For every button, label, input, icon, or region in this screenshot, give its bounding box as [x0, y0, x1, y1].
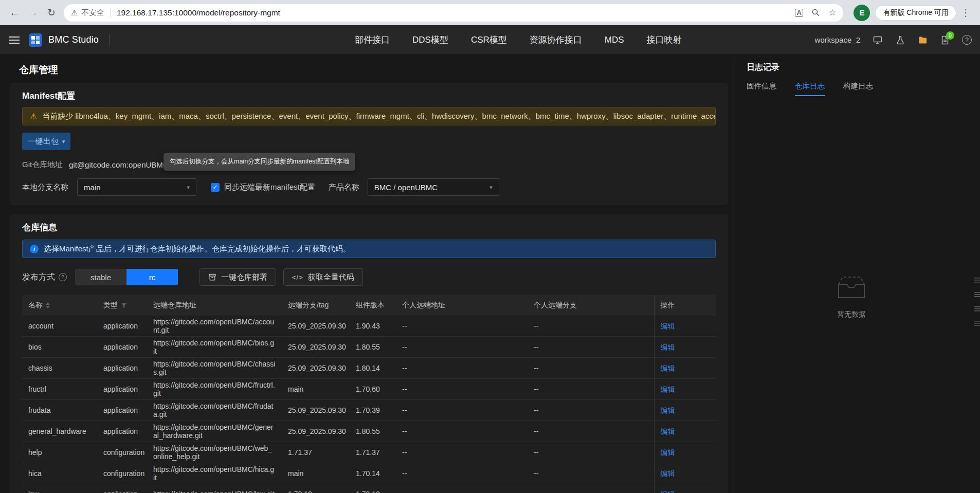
side-tool-icon[interactable] [974, 306, 980, 312]
url-text: 192.168.17.135:10000/model/repository-mg… [117, 8, 795, 17]
cell-type: application [97, 379, 147, 400]
edit-link[interactable]: 编辑 [661, 406, 675, 414]
cell-version: 1.90.43 [350, 316, 396, 337]
cell-url: https://gitcode.com/openUBMC/chassis.git [147, 358, 282, 379]
product-select[interactable]: BMC / openUBMC ▾ [368, 178, 499, 196]
tab-build-log[interactable]: 构建日志 [843, 81, 873, 96]
nav-item-resource-api[interactable]: 资源协作接口 [530, 34, 582, 46]
repo-table: 名称 类型 [22, 295, 716, 493]
menu-icon[interactable] [9, 36, 20, 44]
package-button[interactable]: 一键出包 ▾ [22, 133, 70, 150]
branch-label: 本地分支名称 [22, 182, 68, 192]
profile-avatar[interactable]: E [854, 5, 870, 21]
tab-repo-log[interactable]: 仓库日志 [795, 81, 825, 96]
flask-icon[interactable] [895, 35, 905, 45]
cell-personal-branch: -- [528, 463, 654, 484]
edit-link[interactable]: 编辑 [661, 385, 675, 393]
reload-button[interactable]: ↻ [42, 4, 61, 22]
cell-personal-branch: -- [528, 400, 654, 421]
sync-checkbox[interactable]: ✓ [211, 183, 220, 192]
edit-link[interactable]: 编辑 [661, 364, 675, 372]
folder-icon[interactable] [918, 35, 928, 45]
sort-icon[interactable] [46, 302, 50, 308]
nav-item-csr-model[interactable]: CSR模型 [471, 34, 507, 46]
log-panel: 日志记录 固件信息 仓库日志 构建日志 暂无数据 [736, 55, 974, 493]
cell-url: https://gitcode.com/openUBMC/bios.git [147, 337, 282, 358]
branch-select[interactable]: main ▾ [77, 178, 196, 196]
browser-menu-button[interactable]: ⋮ [956, 7, 975, 19]
translate-icon[interactable]: A [795, 9, 803, 17]
cell-name: bios [22, 337, 97, 358]
toggle-stable[interactable]: stable [75, 269, 126, 285]
cell-actions: 编辑 [654, 400, 716, 421]
document-icon[interactable]: 0 [940, 35, 950, 45]
git-url-row: Git仓库地址 git@gitcode.com:openUBMC/m [22, 159, 716, 170]
cell-url: https://gitcode.com/openUBMC/fructrl.git [147, 379, 282, 400]
edit-link[interactable]: 编辑 [661, 469, 675, 478]
omnibox-actions: A ☆ [795, 7, 836, 18]
cell-personal-branch: -- [528, 442, 654, 463]
monitor-icon[interactable] [873, 35, 883, 45]
cell-type: application [97, 484, 147, 493]
empty-box-icon [831, 271, 872, 302]
workspace-label[interactable]: workspace_2 [815, 35, 860, 44]
cell-branch: 25.09_2025.09.30 [282, 337, 350, 358]
edit-link[interactable]: 编辑 [661, 490, 675, 493]
cell-name: help [22, 442, 97, 463]
cell-actions: 编辑 [654, 379, 716, 400]
cell-branch: 1.71.37 [282, 442, 350, 463]
col-header-type[interactable]: 类型 [97, 295, 147, 316]
address-bar[interactable]: ⚠ 不安全 192.168.17.135:10000/model/reposit… [64, 4, 843, 22]
deploy-button-label: 一键仓库部署 [221, 272, 267, 282]
side-tool-icon[interactable] [974, 291, 980, 297]
nav-item-component-api[interactable]: 部件接口 [355, 34, 390, 46]
search-icon[interactable] [811, 8, 820, 17]
cell-personal-branch: -- [528, 358, 654, 379]
help-icon[interactable]: ? [962, 35, 972, 45]
cell-type: application [97, 421, 147, 442]
chrome-update-button[interactable]: 有新版 Chrome 可用 [875, 5, 956, 21]
table-row: hicaconfigurationhttps://gitcode.com/ope… [22, 463, 716, 484]
table-row: frudataapplicationhttps://gitcode.com/op… [22, 400, 716, 421]
nav-item-mds[interactable]: MDS [605, 35, 624, 45]
cell-version: 1.80.14 [350, 358, 396, 379]
fetch-code-button[interactable]: </> 获取全量代码 [283, 268, 363, 286]
filter-icon[interactable] [121, 302, 127, 308]
edit-link[interactable]: 编辑 [661, 427, 675, 435]
cell-actions: 编辑 [654, 316, 716, 337]
back-button[interactable]: ← [5, 4, 24, 22]
cell-version: 1.70.14 [350, 463, 396, 484]
manifest-section: Manifest配置 ⚠ 当前缺少 libmc4lua、key_mgmt、iam… [10, 83, 728, 205]
col-header-actions: 操作 [654, 295, 716, 316]
nav-item-dds-model[interactable]: DDS模型 [412, 34, 448, 46]
side-tool-icon[interactable] [974, 320, 980, 326]
col-header-name[interactable]: 名称 [22, 295, 97, 316]
app-logo-icon [29, 33, 42, 47]
forward-button[interactable]: → [24, 4, 42, 22]
cell-personal-branch: -- [528, 484, 654, 493]
cell-personal-url: -- [396, 358, 528, 379]
deploy-button[interactable]: 一键仓库部署 [199, 268, 276, 286]
side-tool-icon[interactable] [974, 277, 980, 283]
edit-link[interactable]: 编辑 [661, 322, 675, 330]
edit-link[interactable]: 编辑 [661, 343, 675, 351]
app-header: BMC Studio 部件接口 DDS模型 CSR模型 资源协作接口 MDS 接… [0, 25, 980, 55]
reload-icon: ↻ [47, 7, 56, 19]
col-header-remote-url: 远端仓库地址 [147, 295, 282, 316]
warning-icon: ⚠ [30, 112, 37, 121]
toggle-rc[interactable]: rc [126, 269, 178, 285]
table-row: accountapplicationhttps://gitcode.com/op… [22, 316, 716, 337]
cell-personal-branch: -- [528, 421, 654, 442]
release-method-label: 发布方式 [22, 272, 55, 283]
security-chip[interactable]: ⚠ 不安全 [71, 8, 111, 17]
nav-item-interface-mapping[interactable]: 接口映射 [647, 34, 682, 46]
header-divider [109, 34, 110, 46]
edit-link[interactable]: 编辑 [661, 448, 675, 457]
bookmark-star-icon[interactable]: ☆ [828, 7, 836, 18]
repo-table-body: accountapplicationhttps://gitcode.com/op… [22, 316, 716, 493]
sync-checkbox-group[interactable]: ✓ 同步远端最新manifest配置 [211, 182, 315, 192]
tab-firmware-info[interactable]: 固件信息 [747, 81, 776, 96]
cell-personal-url: -- [396, 400, 528, 421]
cell-personal-url: -- [396, 337, 528, 358]
screen: ← → ↻ ⚠ 不安全 192.168.17.135:10000/model/r… [0, 0, 980, 493]
